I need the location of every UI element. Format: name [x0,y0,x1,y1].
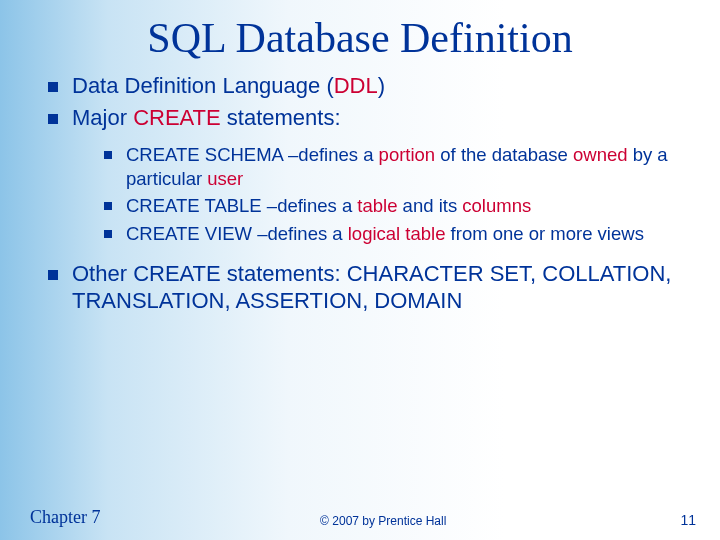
bullet-other-create: Other CREATE statements: CHARACTER SET, … [44,260,690,315]
text: Major [72,105,133,130]
text-red: DDL [334,73,378,98]
bullet-list-top: Data Definition Language (DDL) Major CRE… [44,72,690,131]
footer-copyright: © 2007 by Prentice Hall [100,514,666,528]
text: of the database [435,144,573,165]
text: CREATE TABLE –defines a [126,195,357,216]
text-red: logical table [348,223,446,244]
bullet-list-sub: CREATE SCHEMA –defines a portion of the … [102,143,690,246]
footer: Chapter 7 © 2007 by Prentice Hall 11 [0,507,720,528]
text-red: table [357,195,397,216]
text: CREATE SCHEMA –defines a [126,144,379,165]
bullet-list-top-continued: Other CREATE statements: CHARACTER SET, … [44,260,690,315]
bullet-create-view: CREATE VIEW –defines a logical table fro… [102,222,690,246]
text-red: portion [379,144,436,165]
text: statements: [221,105,341,130]
bullet-create-schema: CREATE SCHEMA –defines a portion of the … [102,143,690,190]
text: CREATE VIEW –defines a [126,223,348,244]
text-red: CREATE [133,105,221,130]
text-red: user [207,168,243,189]
bullet-create-statements: Major CREATE statements: [44,104,690,132]
text: Other CREATE statements: CHARACTER SET, … [72,261,671,314]
text: ) [378,73,385,98]
text: and its [397,195,462,216]
text: Data Definition Language ( [72,73,334,98]
text: from one or more views [445,223,643,244]
text-red: owned [573,144,628,165]
footer-page-number: 11 [666,512,696,528]
footer-chapter: Chapter 7 [30,507,100,528]
slide-content: Data Definition Language (DDL) Major CRE… [0,72,720,315]
bullet-ddl: Data Definition Language (DDL) [44,72,690,100]
slide-title: SQL Database Definition [0,0,720,72]
bullet-create-table: CREATE TABLE –defines a table and its co… [102,194,690,218]
text-red: columns [462,195,531,216]
